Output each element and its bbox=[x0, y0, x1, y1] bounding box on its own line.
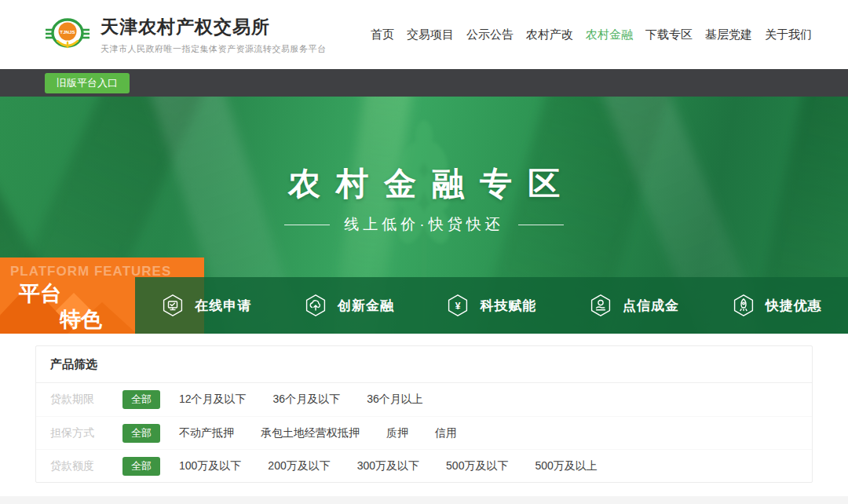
logo-emblem-icon: TJNJS bbox=[45, 12, 90, 57]
subtitle-line-left bbox=[284, 225, 330, 225]
nav-item-active[interactable]: 农村金融 bbox=[586, 27, 633, 42]
feature-menu-item[interactable]: 创新金融 bbox=[278, 277, 421, 334]
filter-option[interactable]: 质押 bbox=[386, 426, 408, 440]
feature-menu-item[interactable]: 快捷优惠 bbox=[705, 277, 848, 334]
feature-menu-label: 点信成金 bbox=[623, 297, 679, 315]
filter-row: 贷款期限全部12个月及以下36个月及以下36个月以上 bbox=[36, 383, 812, 416]
filter-option[interactable]: 36个月以上 bbox=[367, 393, 423, 407]
product-filter-card: 产品筛选 贷款期限全部12个月及以下36个月及以下36个月以上担保方式全部不动产… bbox=[35, 345, 813, 483]
filter-all-badge[interactable]: 全部 bbox=[122, 390, 160, 409]
filter-option[interactable]: 信用 bbox=[435, 426, 457, 440]
filter-option[interactable]: 100万及以下 bbox=[179, 459, 241, 473]
yen-hexagon-icon: ¥ bbox=[446, 294, 470, 317]
nav-item[interactable]: 农村产改 bbox=[526, 27, 573, 42]
cloud-finance-icon bbox=[304, 294, 327, 317]
nav-item[interactable]: 首页 bbox=[371, 27, 394, 42]
site-logo[interactable]: TJNJS bbox=[45, 12, 90, 57]
filter-row-label: 贷款额度 bbox=[50, 459, 108, 473]
filter-option[interactable]: 300万及以下 bbox=[357, 459, 419, 473]
site-title: 天津农村产权交易所 bbox=[101, 15, 327, 39]
hand-coin-icon bbox=[589, 294, 612, 317]
monitor-check-icon bbox=[161, 294, 185, 317]
nav-item[interactable]: 交易项目 bbox=[407, 27, 454, 42]
feature-menu-label: 在线申请 bbox=[195, 297, 251, 315]
site-header: TJNJS 天津农村产权交易所 天津市人民政府唯一指定集体资产资源流转交易服务平… bbox=[0, 0, 848, 69]
feature-menu-item[interactable]: ¥科技赋能 bbox=[420, 277, 563, 334]
subtitle-line-right bbox=[518, 225, 564, 225]
feature-menu-label: 快捷优惠 bbox=[766, 297, 822, 315]
page: TJNJS 天津农村产权交易所 天津市人民政府唯一指定集体资产资源流转交易服务平… bbox=[0, 0, 848, 504]
filter-all-badge[interactable]: 全部 bbox=[122, 424, 160, 443]
banner-subtitle-row: 线上低价·快贷快还 bbox=[0, 214, 848, 235]
filter-options: 12个月及以下36个月及以下36个月以上 bbox=[179, 393, 423, 407]
banner-title: 农村金融专区 bbox=[0, 163, 848, 206]
secondary-topbar: 旧版平台入口 bbox=[0, 69, 848, 97]
logo-text: TJNJS bbox=[60, 29, 75, 35]
filter-option[interactable]: 200万及以下 bbox=[268, 459, 330, 473]
hero-banner: 农村金融专区 线上低价·快贷快还 PLATFORM FEATURES 平台 特色… bbox=[0, 97, 848, 334]
nav-item[interactable]: 公示公告 bbox=[466, 27, 514, 42]
filter-option[interactable]: 不动产抵押 bbox=[179, 426, 234, 440]
features-title-line1: 平台 bbox=[19, 279, 61, 308]
site-titles: 天津农村产权交易所 天津市人民政府唯一指定集体资产资源流转交易服务平台 bbox=[101, 15, 327, 55]
filter-option[interactable]: 承包土地经营权抵押 bbox=[261, 426, 360, 440]
filter-row-label: 贷款期限 bbox=[50, 393, 108, 407]
feature-menu-label: 科技赋能 bbox=[480, 297, 536, 315]
feature-menu-label: 创新金融 bbox=[338, 297, 394, 315]
nav-item[interactable]: 下载专区 bbox=[645, 27, 693, 42]
banner-subtitle: 线上低价·快贷快还 bbox=[344, 214, 503, 235]
site-subtitle: 天津市人民政府唯一指定集体资产资源流转交易服务平台 bbox=[101, 43, 327, 55]
features-title-line2: 特色 bbox=[60, 305, 102, 334]
filter-row: 贷款额度全部100万及以下200万及以下300万及以下500万及以下500万及以… bbox=[36, 449, 812, 482]
filter-card-title: 产品筛选 bbox=[36, 346, 812, 382]
feature-menu-item[interactable]: 在线申请 bbox=[135, 277, 278, 334]
filter-row-label: 担保方式 bbox=[50, 426, 108, 440]
main-content: 产品筛选 贷款期限全部12个月及以下36个月及以下36个月以上担保方式全部不动产… bbox=[0, 345, 848, 483]
filter-option[interactable]: 500万及以上 bbox=[535, 459, 597, 473]
filter-options: 100万及以下200万及以下300万及以下500万及以下500万及以上 bbox=[179, 459, 598, 473]
filter-option[interactable]: 500万及以下 bbox=[446, 459, 508, 473]
svg-text:¥: ¥ bbox=[455, 301, 461, 312]
nav-item[interactable]: 基层党建 bbox=[705, 27, 752, 42]
features-menubar: 在线申请创新金融¥科技赋能点信成金快捷优惠 bbox=[135, 277, 848, 334]
filter-options: 不动产抵押承包土地经营权抵押质押信用 bbox=[179, 426, 457, 440]
main-nav: 首页交易项目公示公告农村产改农村金融下载专区基层党建关于我们 bbox=[371, 27, 812, 42]
filter-all-badge[interactable]: 全部 bbox=[122, 457, 160, 476]
filter-option[interactable]: 12个月及以下 bbox=[179, 393, 247, 407]
footer-strip bbox=[0, 496, 848, 504]
filter-option[interactable]: 36个月及以下 bbox=[273, 393, 341, 407]
rocket-icon bbox=[732, 294, 755, 317]
old-platform-button[interactable]: 旧版平台入口 bbox=[45, 73, 130, 93]
feature-menu-item[interactable]: 点信成金 bbox=[563, 277, 706, 334]
nav-item[interactable]: 关于我们 bbox=[765, 27, 812, 42]
filter-row: 担保方式全部不动产抵押承包土地经营权抵押质押信用 bbox=[36, 416, 812, 449]
filter-rows: 贷款期限全部12个月及以下36个月及以下36个月以上担保方式全部不动产抵押承包土… bbox=[36, 383, 812, 482]
